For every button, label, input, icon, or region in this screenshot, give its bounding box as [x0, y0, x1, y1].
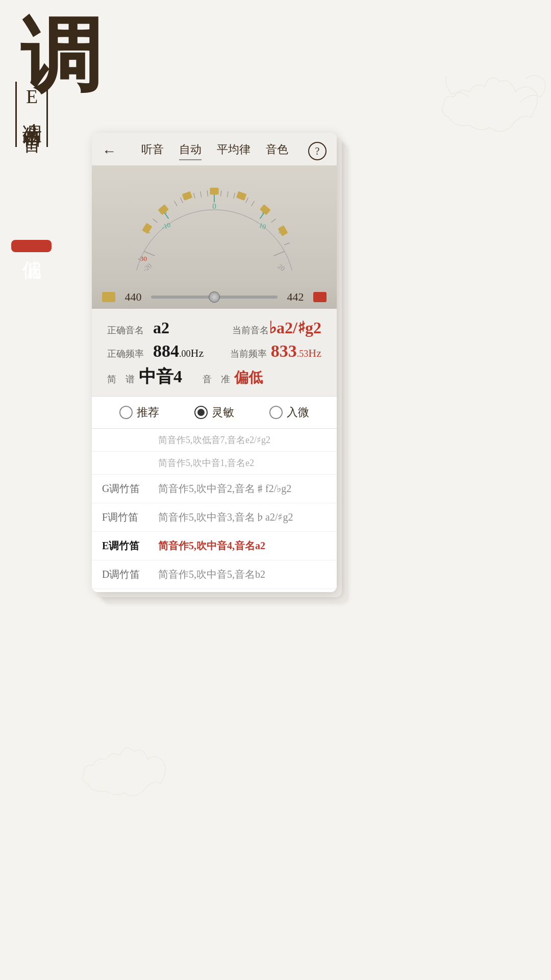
tuner-dial: 0 10 -10 20 -20 — [117, 176, 311, 278]
radio-sensitive[interactable]: 灵敏 — [194, 405, 234, 420]
nav-bar: ← 听音 自动 平均律 音色 ? — [92, 133, 337, 165]
svg-line-22 — [246, 198, 248, 203]
svg-rect-28 — [210, 188, 218, 194]
slider-right-handle[interactable] — [313, 292, 327, 302]
radio-label-fine: 入微 — [287, 405, 309, 420]
list-item-f[interactable]: F调竹笛 简音作5,吹中音3,音名♭a2/♯g2 — [92, 503, 337, 532]
svg-line-14 — [174, 201, 177, 206]
inst-desc-e: 简音作5,吹中音4,音名a2 — [158, 539, 327, 553]
list-item-g[interactable]: G调竹笛 简音作5,吹中音2,音名♯f2/♭g2 — [92, 475, 337, 503]
svg-rect-30 — [158, 204, 169, 215]
slider-left-handle[interactable] — [102, 292, 115, 302]
cloud-decoration-top — [408, 51, 551, 153]
svg-line-12 — [153, 219, 158, 223]
tab-auto[interactable]: 自动 — [179, 142, 202, 160]
note-names-row: 正确音名 a2 当前音名 ♭a2/♯g2 — [107, 318, 321, 337]
svg-rect-33 — [260, 204, 271, 215]
current-freq-main: 833 — [271, 341, 297, 361]
svg-line-21 — [234, 193, 235, 199]
inst-name-f: F调竹笛 — [102, 510, 158, 524]
yinzhun-value: 偏低 — [234, 368, 263, 387]
svg-rect-31 — [142, 223, 152, 234]
sensitivity-radio-group: 推荐 灵敏 入微 — [92, 396, 337, 429]
list-item-e[interactable]: E调竹笛 简音作5,吹中音4,音名a2 — [92, 532, 337, 560]
correct-note-label: 正确音名 — [107, 324, 153, 336]
inst-name-g: G调竹笛 — [102, 482, 158, 496]
radio-label-sensitive: 灵敏 — [212, 405, 234, 420]
help-button[interactable]: ? — [308, 142, 327, 160]
inst-name-e: E调竹笛 — [102, 539, 158, 553]
main-tuner-card: ← 听音 自动 平均律 音色 ? 0 — [92, 133, 337, 592]
svg-text:-30: -30 — [138, 255, 147, 262]
svg-line-20 — [227, 191, 228, 197]
current-note-label: 当前音名 — [223, 324, 269, 336]
svg-rect-29 — [182, 191, 193, 201]
slider-thumb[interactable] — [209, 291, 220, 303]
frequencies-row: 正确频率 884 .00 Hz 当前频率 833 .53 Hz — [107, 341, 321, 361]
svg-rect-34 — [278, 225, 288, 236]
jianpu-value: 中音4 — [139, 365, 182, 388]
svg-line-6 — [274, 248, 285, 259]
current-note-value: ♭a2/♯g2 — [269, 318, 321, 337]
inst-desc-dimmed: 简音作5,吹低音7,音名e2/♯g2 — [102, 434, 327, 446]
radio-circle-sensitive — [194, 406, 208, 419]
frequency-slider-area: 440 442 — [92, 285, 337, 309]
correct-freq-unit: Hz — [191, 347, 204, 360]
radio-circle-recommended — [119, 406, 133, 419]
jianpu-label: 简 谱 — [107, 373, 135, 385]
tab-listen[interactable]: 听音 — [141, 142, 164, 160]
freq-value-left: 440 — [123, 290, 143, 304]
inst-desc-d: 简音作5,吹中音5,音名b2 — [158, 568, 327, 581]
radio-label-recommended: 推荐 — [137, 405, 159, 420]
cloud-decoration-bottom — [51, 725, 179, 817]
nav-tabs: 听音 自动 平均律 音色 — [121, 142, 308, 160]
svg-line-19 — [221, 190, 221, 196]
instrument-list: 简音作5,吹低音7,音名e2/♯g2 简音作5,吹中音1,音名e2 G调竹笛 简… — [92, 429, 337, 592]
svg-line-17 — [201, 191, 202, 197]
svg-text:20: 20 — [277, 262, 287, 273]
correct-freq-main: 884 — [153, 341, 179, 361]
list-item[interactable]: 简音作5,吹低音7,音名e2/♯g2 — [92, 429, 337, 452]
radio-recommended[interactable]: 推荐 — [119, 405, 159, 420]
jianpu-row: 简 谱 中音4 音 准 偏低 — [107, 365, 321, 388]
radio-circle-fine — [269, 406, 283, 419]
inst-desc-f: 简音作5,吹中音3,音名♭a2/♯g2 — [158, 510, 327, 524]
current-freq-sub: .53 — [297, 349, 309, 359]
vertical-instrument-label: E调竹笛中音4 — [15, 82, 48, 147]
current-freq-label: 当前频率 — [226, 348, 267, 360]
svg-line-16 — [193, 193, 195, 199]
yinzhun-label: 音 准 — [203, 373, 230, 385]
frequency-slider-track[interactable] — [151, 296, 278, 299]
svg-line-25 — [271, 219, 276, 223]
radio-dot-sensitive — [197, 409, 205, 416]
svg-line-27 — [284, 243, 290, 245]
svg-line-15 — [181, 198, 183, 203]
tuner-meter-section: 0 10 -10 20 -20 — [92, 165, 337, 285]
correct-freq-label: 正确频率 — [107, 348, 153, 360]
pitch-status-badge: 偏低 — [11, 240, 52, 252]
inst-desc-g: 简音作5,吹中音2,音名♯f2/♭g2 — [158, 482, 327, 496]
svg-rect-32 — [236, 191, 247, 201]
svg-text:-10: -10 — [161, 221, 172, 231]
svg-line-23 — [252, 201, 255, 206]
list-item-d[interactable]: D调竹笛 简音作5,吹中音5,音名b2 — [92, 560, 337, 589]
radio-fine[interactable]: 入微 — [269, 405, 309, 420]
svg-text:0: 0 — [212, 202, 216, 210]
svg-text:-20: -20 — [141, 261, 153, 273]
list-item[interactable]: 简音作5,吹中音6,音名♯c3/♭d3 — [92, 589, 337, 592]
correct-freq-sub: .00 — [179, 349, 191, 359]
svg-line-18 — [207, 190, 208, 196]
svg-text:10: 10 — [258, 221, 267, 231]
inst-name-d: D调竹笛 — [102, 568, 158, 581]
list-item[interactable]: 简音作5,吹中音1,音名e2 — [92, 452, 337, 475]
tab-equal-temperament[interactable]: 平均律 — [217, 142, 251, 160]
freq-value-right: 442 — [285, 290, 306, 304]
tab-timbre[interactable]: 音色 — [266, 142, 288, 160]
correct-note-value: a2 — [153, 318, 169, 337]
inst-desc-dimmed: 简音作5,吹中音1,音名e2 — [102, 457, 327, 469]
back-button[interactable]: ← — [102, 143, 116, 159]
card-stack: ← 听音 自动 平均律 音色 ? 0 — [92, 133, 347, 618]
current-freq-unit: Hz — [308, 347, 321, 360]
note-info-section: 正确音名 a2 当前音名 ♭a2/♯g2 正确频率 884 .00 Hz 当前频… — [92, 309, 337, 396]
